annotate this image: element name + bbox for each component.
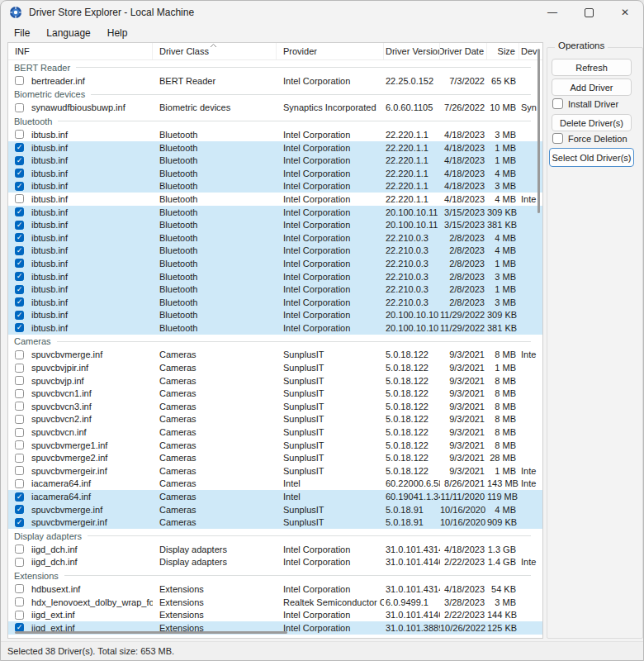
row-checkbox[interactable]: ✓ <box>15 272 24 281</box>
driver-row[interactable]: spuvcbvmerge2.infCamerasSunplusIT5.0.18.… <box>8 451 542 464</box>
menu-language[interactable]: Language <box>38 26 98 40</box>
row-checkbox[interactable] <box>15 376 24 385</box>
menu-help[interactable]: Help <box>99 26 136 40</box>
driver-row[interactable]: ✓ibtusb.infBluetoothIntel Corporation22.… <box>8 283 542 296</box>
driver-row[interactable]: ✓ibtusb.infBluetoothIntel Corporation22.… <box>8 296 542 309</box>
delete-drivers-button[interactable]: Delete Driver(s) <box>552 114 632 131</box>
row-checkbox[interactable]: ✓ <box>15 143 24 152</box>
row-checkbox[interactable] <box>15 428 24 437</box>
column-header-driver-version[interactable]: Driver Version <box>384 43 440 59</box>
driver-row[interactable]: ✓ibtusb.infBluetoothIntel Corporation22.… <box>8 167 542 180</box>
row-checkbox[interactable] <box>15 558 24 567</box>
refresh-button[interactable]: Refresh <box>552 59 632 76</box>
row-checkbox[interactable]: ✓ <box>15 518 24 527</box>
row-checkbox[interactable] <box>15 130 24 139</box>
row-checkbox[interactable] <box>15 415 24 424</box>
column-header-provider[interactable]: Provider <box>277 43 384 59</box>
menu-file[interactable]: File <box>6 26 38 40</box>
close-button[interactable]: ✕ <box>607 1 643 24</box>
cell-version: 6.0.60.1105 <box>384 102 440 112</box>
cell-version: 5.0.18.91 <box>384 505 440 515</box>
row-checkbox[interactable] <box>15 364 24 373</box>
row-checkbox[interactable]: ✓ <box>15 221 24 230</box>
driver-row[interactable]: ✓ibtusb.infBluetoothIntel Corporation22.… <box>8 257 542 270</box>
driver-row[interactable]: iacamera64.infCamerasIntel60.22000.6.582… <box>8 478 542 491</box>
driver-row[interactable]: ✓ibtusb.infBluetoothIntel Corporation22.… <box>8 141 542 155</box>
column-header-inf[interactable]: INF <box>8 43 153 59</box>
driver-row[interactable]: ✓spuvcbvmerge.infCamerasSunplusIT5.0.18.… <box>8 503 542 516</box>
driver-row[interactable]: iigd_dch.infDisplay adaptersIntel Corpor… <box>8 556 542 569</box>
row-checkbox[interactable] <box>15 402 24 411</box>
row-checkbox[interactable]: ✓ <box>15 169 24 178</box>
driver-row[interactable]: ✓ibtusb.infBluetoothIntel Corporation20.… <box>8 309 542 322</box>
row-checkbox[interactable]: ✓ <box>15 182 24 191</box>
add-driver-button[interactable]: Add Driver <box>552 78 632 96</box>
row-checkbox[interactable] <box>15 350 24 359</box>
maximize-button[interactable] <box>571 1 607 24</box>
select-old-drivers-button[interactable]: Select Old Driver(s) <box>549 148 634 167</box>
driver-row[interactable]: ✓ibtusb.infBluetoothIntel Corporation20.… <box>8 321 542 335</box>
driver-row[interactable]: ✓spuvcbvmergeir.infCamerasSunplusIT5.0.1… <box>8 516 542 529</box>
driver-row[interactable]: iigd_ext.infExtensionsIntel Corporation3… <box>8 608 542 621</box>
minimize-button[interactable]: — <box>534 1 571 24</box>
driver-row[interactable]: ✓ibtusb.infBluetoothIntel Corporation22.… <box>8 245 542 258</box>
title-bar[interactable]: Driver Store Explorer - Local Machine — … <box>1 1 643 24</box>
row-checkbox[interactable] <box>15 597 24 606</box>
row-checkbox[interactable] <box>15 611 24 620</box>
row-checkbox[interactable] <box>15 76 24 85</box>
row-checkbox[interactable] <box>15 466 24 475</box>
horizontal-scrollbar[interactable] <box>15 631 287 634</box>
row-checkbox[interactable]: ✓ <box>15 233 24 242</box>
driver-row[interactable]: synawudfbiousbuwp.infBiometric devicesSy… <box>8 102 542 115</box>
force-deletion-checkbox-row[interactable]: Force Deletion <box>552 133 627 144</box>
row-checkbox[interactable]: ✓ <box>15 207 24 216</box>
driver-row[interactable]: iigd_dch.infDisplay adaptersIntel Corpor… <box>8 543 542 556</box>
driver-row[interactable]: spuvcbvmerge.infCamerasSunplusIT5.0.18.1… <box>8 349 542 362</box>
driver-row[interactable]: ✓ibtusb.infBluetoothIntel Corporation22.… <box>8 231 542 245</box>
row-checkbox[interactable] <box>15 103 24 112</box>
row-checkbox[interactable]: ✓ <box>15 323 24 332</box>
row-checkbox[interactable]: ✓ <box>15 311 24 320</box>
driver-row[interactable]: spuvcbvcn3.infCamerasSunplusIT5.0.18.122… <box>8 400 542 413</box>
driver-row[interactable]: bertreader.infBERT ReaderIntel Corporati… <box>8 74 542 88</box>
driver-row[interactable]: spuvcbvcn2.infCamerasSunplusIT5.0.18.122… <box>8 413 542 426</box>
row-checkbox[interactable]: ✓ <box>15 505 24 514</box>
driver-row[interactable]: ✓ibtusb.infBluetoothIntel Corporation20.… <box>8 218 542 231</box>
column-header-driver-date[interactable]: Driver Date <box>440 43 487 59</box>
driver-row[interactable]: hdx_lenovoext_dolby_wrap_forte.infExtens… <box>8 596 542 609</box>
driver-row[interactable]: ✓ibtusb.infBluetoothIntel Corporation20.… <box>8 206 542 219</box>
status-bar: Selected 38 Driver(s). Total size: 653 M… <box>1 641 643 660</box>
driver-row[interactable]: ibtusb.infBluetoothIntel Corporation22.2… <box>8 193 542 206</box>
row-checkbox[interactable]: ✓ <box>15 492 24 502</box>
driver-row[interactable]: spuvcbvcn1.infCamerasSunplusIT5.0.18.122… <box>8 387 542 400</box>
row-checkbox[interactable] <box>15 544 24 554</box>
row-checkbox[interactable]: ✓ <box>15 259 24 268</box>
driver-row[interactable]: spuvcbvjp.infCamerasSunplusIT5.0.18.1229… <box>8 374 542 388</box>
row-checkbox[interactable] <box>15 194 24 203</box>
row-checkbox[interactable] <box>15 389 24 398</box>
install-driver-checkbox[interactable] <box>552 98 563 109</box>
driver-row[interactable]: spuvcbvmergeir.infCamerasSunplusIT5.0.18… <box>8 464 542 478</box>
driver-row[interactable]: ✓ibtusb.infBluetoothIntel Corporation22.… <box>8 154 542 167</box>
install-driver-checkbox-row[interactable]: Install Driver <box>552 98 618 109</box>
column-header-size[interactable]: Size <box>487 43 519 59</box>
row-checkbox[interactable] <box>15 479 24 488</box>
vertical-scrollbar[interactable] <box>537 49 540 213</box>
row-checkbox[interactable]: ✓ <box>15 156 24 165</box>
driver-row[interactable]: spuvcbvmerge1.infCamerasSunplusIT5.0.18.… <box>8 439 542 452</box>
row-checkbox[interactable]: ✓ <box>15 246 24 255</box>
driver-row[interactable]: ✓ibtusb.infBluetoothIntel Corporation22.… <box>8 270 542 283</box>
force-deletion-checkbox[interactable] <box>552 133 563 144</box>
cell-provider: Intel Corporation <box>277 143 384 153</box>
row-checkbox[interactable]: ✓ <box>15 297 24 307</box>
row-checkbox[interactable]: ✓ <box>15 285 24 294</box>
row-checkbox[interactable] <box>15 440 24 449</box>
driver-row[interactable]: ✓ibtusb.infBluetoothIntel Corporation22.… <box>8 180 542 193</box>
driver-row[interactable]: spuvcbvjpir.infCamerasSunplusIT5.0.18.12… <box>8 361 542 374</box>
driver-row[interactable]: spuvcbvcn.infCamerasSunplusIT5.0.18.1229… <box>8 426 542 439</box>
row-checkbox[interactable] <box>15 454 24 463</box>
driver-row[interactable]: ✓iacamera64.infCamerasIntel60.19041.1.34… <box>8 490 542 503</box>
driver-row[interactable]: hdbusext.infExtensionsIntel Corporation3… <box>8 583 542 596</box>
driver-row[interactable]: ibtusb.infBluetoothIntel Corporation22.2… <box>8 128 542 141</box>
row-checkbox[interactable] <box>15 584 24 593</box>
